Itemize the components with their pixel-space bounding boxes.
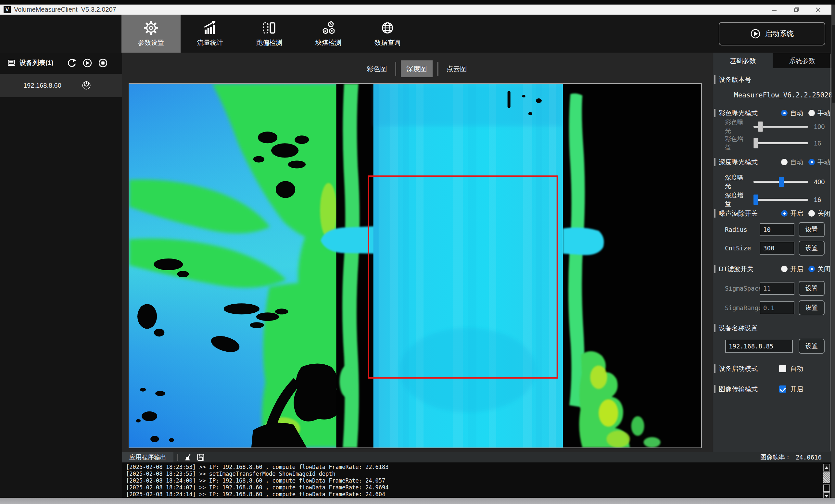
depth-manual-label[interactable]: 手动: [817, 158, 831, 167]
broom-icon[interactable]: [184, 453, 192, 461]
noise-filter-mode-row: 噪声滤除开关 开启 关闭: [713, 208, 832, 219]
start-mode-label[interactable]: 自动: [790, 364, 803, 373]
dt-on-label[interactable]: 开启: [790, 265, 803, 274]
sigmaspace-input[interactable]: [760, 282, 794, 295]
sigmarange-label: SigmaRange: [725, 304, 762, 311]
cntsize-set-button[interactable]: 设置: [799, 241, 824, 256]
transfer-mode-row: 图像传输模式 开启: [713, 384, 832, 395]
radius-input[interactable]: [760, 223, 794, 236]
nav-parameter-settings[interactable]: 参数设置: [121, 15, 181, 53]
depth-map-image: [129, 84, 701, 447]
section-heading: 设备启动模式: [719, 364, 758, 373]
noise-on-label[interactable]: 开启: [790, 209, 803, 218]
dt-off-radio[interactable]: [808, 266, 815, 272]
cntsize-row: CntSize 设置: [713, 241, 832, 255]
color-exposure-mode-row: 彩色曝光模式 自动 手动: [713, 107, 832, 119]
titlebar: V VolumeMeasureClient_V5.3.2.0207: [0, 4, 835, 15]
color-auto-label[interactable]: 自动: [790, 109, 803, 118]
log-line: [2025-02-08 18:23:55] >> setImageTransfe…: [126, 470, 831, 477]
nav-label: 块煤检测: [315, 38, 341, 47]
color-gain-slider-row: 彩色增益 16: [713, 138, 832, 149]
sigmaspace-label: SigmaSpace: [725, 285, 762, 292]
slider-label: 深度曝光: [725, 174, 749, 190]
slider-handle[interactable]: [753, 138, 758, 148]
nav-label: 流量统计: [197, 38, 223, 47]
slider-handle[interactable]: [758, 121, 763, 132]
color-manual-radio[interactable]: [808, 110, 815, 116]
color-auto-radio[interactable]: [781, 110, 788, 116]
sigmarange-set-button[interactable]: 设置: [799, 300, 824, 315]
slider-handle[interactable]: [779, 177, 784, 187]
slider-handle[interactable]: [753, 195, 758, 205]
floppy-save-icon[interactable]: [197, 453, 205, 461]
tab-depth-image[interactable]: 深度图: [401, 60, 433, 77]
depth-auto-label[interactable]: 自动: [790, 158, 803, 167]
log-scrollbar[interactable]: [823, 464, 831, 498]
noise-off-label[interactable]: 关闭: [817, 209, 831, 218]
noise-off-radio[interactable]: [808, 210, 815, 217]
log-console[interactable]: [2025-02-08 18:23:53] >> IP: 192.168.8.6…: [122, 462, 831, 498]
viewer-area: 彩色图 深度图 点云图: [122, 53, 713, 453]
depth-exposure-slider-row: 深度曝光 400: [713, 176, 832, 187]
log-line: [2025-02-08 18:23:53] >> IP: 192.168.8.6…: [126, 464, 831, 470]
tab-system-params[interactable]: 系统参数: [773, 53, 832, 68]
scroll-down-button[interactable]: [823, 492, 830, 498]
nav-flow-statistics[interactable]: 流量统计: [181, 15, 240, 53]
start-mode-checkbox[interactable]: [779, 365, 786, 372]
dt-off-label[interactable]: 关闭: [817, 265, 831, 274]
device-list-header: 设备列表(1): [0, 54, 122, 72]
device-row[interactable]: 192.168.8.60: [0, 74, 122, 97]
window-scrollbar[interactable]: [831, 4, 835, 498]
nav-data-query[interactable]: 数据查询: [358, 15, 417, 53]
slider-label: 深度增益: [725, 191, 749, 208]
nav-deviation-detection[interactable]: 跑偏检测: [240, 15, 299, 53]
minimize-button[interactable]: [767, 4, 782, 15]
refresh-button[interactable]: [67, 58, 77, 68]
device-name-input[interactable]: [725, 340, 793, 353]
dt-on-radio[interactable]: [781, 266, 788, 272]
tab-point-cloud[interactable]: 点云图: [443, 60, 470, 77]
power-button[interactable]: [81, 80, 92, 91]
transfer-mode-label[interactable]: 开启: [790, 385, 803, 394]
window-scrollbar-thumb[interactable]: [832, 25, 835, 103]
bar-chart-icon: [202, 20, 218, 36]
sigmarange-row: SigmaRange 设置: [713, 301, 832, 315]
device-ip: 192.168.8.60: [23, 82, 61, 89]
sigmarange-input[interactable]: [760, 301, 794, 314]
stop-all-button[interactable]: [98, 58, 108, 68]
depth-auto-radio[interactable]: [781, 159, 788, 165]
depth-manual-radio[interactable]: [808, 159, 815, 165]
scroll-up-button[interactable]: [823, 464, 830, 471]
depth-gain-slider[interactable]: [753, 199, 808, 201]
scrollbar-thumb[interactable]: [823, 472, 830, 483]
noise-on-radio[interactable]: [781, 210, 788, 217]
depth-exposure-slider[interactable]: [753, 181, 808, 183]
transfer-mode-checkbox[interactable]: [779, 385, 786, 392]
nav-lump-coal-detection[interactable]: 块煤检测: [299, 15, 358, 53]
app-output-tab[interactable]: 应用程序输出: [122, 452, 174, 462]
tab-basic-params[interactable]: 基础参数: [713, 53, 773, 68]
close-icon: [815, 6, 821, 13]
slider-value: 16: [814, 196, 821, 204]
color-manual-label[interactable]: 手动: [817, 109, 831, 118]
color-exposure-slider[interactable]: [753, 126, 808, 128]
panel-scrollbar[interactable]: [830, 54, 831, 451]
tab-color-image[interactable]: 彩色图: [363, 60, 390, 77]
section-device-name: 设备名称设置: [713, 322, 832, 334]
section-accent-bar: [714, 364, 715, 373]
connect-all-button[interactable]: [82, 58, 92, 68]
depth-map-view: [129, 83, 702, 448]
color-gain-slider[interactable]: [753, 142, 808, 144]
start-system-button[interactable]: 启动系统: [719, 22, 825, 45]
tab-separator: [437, 62, 439, 76]
restore-button[interactable]: [788, 4, 803, 15]
cntsize-input[interactable]: [760, 242, 794, 255]
sigmaspace-set-button[interactable]: 设置: [799, 281, 824, 296]
slider-value: 400: [814, 178, 824, 186]
radius-set-button[interactable]: 设置: [799, 222, 824, 237]
close-button[interactable]: [810, 4, 826, 15]
toolbar: 参数设置 流量统计 跑偏检测: [0, 15, 835, 53]
radius-row: Radius 设置: [713, 223, 832, 237]
device-name-set-button[interactable]: 设置: [799, 339, 824, 354]
start-mode-row: 设备启动模式 自动: [713, 363, 832, 374]
